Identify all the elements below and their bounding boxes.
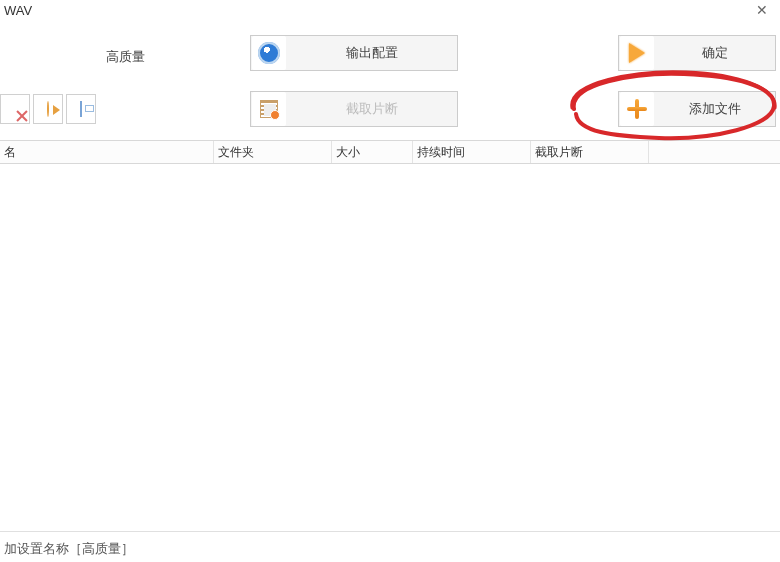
clip-segment-button[interactable]: 截取片断 xyxy=(250,91,458,127)
plus-icon xyxy=(620,92,654,126)
add-file-label: 添加文件 xyxy=(655,100,775,118)
play-button[interactable] xyxy=(33,94,63,124)
col-folder[interactable]: 文件夹 xyxy=(214,141,332,163)
col-size[interactable]: 大小 xyxy=(332,141,413,163)
clip-segment-label: 截取片断 xyxy=(287,100,457,118)
small-icon-group xyxy=(0,94,250,124)
col-spacer xyxy=(649,141,780,163)
screen-icon xyxy=(80,102,82,116)
table-body xyxy=(0,164,780,524)
output-config-button[interactable]: 输出配置 xyxy=(250,35,458,71)
quality-label: 高质量 xyxy=(0,40,250,66)
col-duration[interactable]: 持续时间 xyxy=(413,141,531,163)
remove-button[interactable] xyxy=(0,94,30,124)
close-icon[interactable]: ✕ xyxy=(752,2,772,18)
toolbar-row-2: 截取片断 添加文件 xyxy=(0,88,780,130)
output-config-label: 输出配置 xyxy=(287,44,457,62)
play-icon xyxy=(47,102,49,116)
add-file-button[interactable]: 添加文件 xyxy=(618,91,776,127)
arrow-icon xyxy=(620,36,654,70)
window-title: WAV xyxy=(4,3,32,18)
table-header: 名 文件夹 大小 持续时间 截取片断 xyxy=(0,140,780,164)
preview-button[interactable] xyxy=(66,94,96,124)
title-bar: WAV ✕ xyxy=(0,0,780,26)
status-footer: 加设置名称［高质量］ xyxy=(0,531,780,562)
confirm-button[interactable]: 确定 xyxy=(618,35,776,71)
gear-icon xyxy=(252,36,286,70)
col-clip[interactable]: 截取片断 xyxy=(531,141,649,163)
confirm-label: 确定 xyxy=(655,44,775,62)
film-icon xyxy=(252,92,286,126)
toolbar-row-1: 高质量 输出配置 确定 xyxy=(0,32,780,74)
col-name[interactable]: 名 xyxy=(0,141,214,163)
